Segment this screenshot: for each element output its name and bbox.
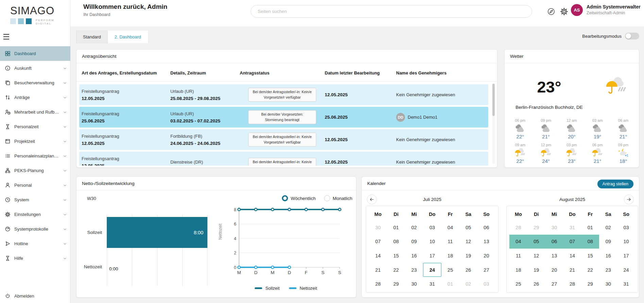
calendar-day[interactable]: 23 xyxy=(405,263,423,277)
calendar-next-button[interactable] xyxy=(624,195,634,204)
calendar-day[interactable]: 14 xyxy=(563,249,581,263)
calendar-day[interactable]: 28 xyxy=(509,220,527,235)
calendar-day[interactable]: 28 xyxy=(563,277,581,291)
calendar-day[interactable]: 13 xyxy=(477,235,495,249)
sidebar-item-auskunft[interactable]: Auskunft xyxy=(0,61,70,75)
calendar-day[interactable]: 10 xyxy=(617,235,635,249)
edit-mode-toggle[interactable] xyxy=(625,33,639,39)
calendar-day[interactable]: 27 xyxy=(545,277,563,291)
calendar-day[interactable]: 22 xyxy=(581,263,599,277)
calendar-day[interactable]: 17 xyxy=(617,249,635,263)
calendar-day[interactable]: 17 xyxy=(423,249,441,263)
calendar-day[interactable]: 15 xyxy=(387,249,405,263)
calendar-day[interactable]: 12 xyxy=(459,235,477,249)
compass-icon[interactable] xyxy=(547,7,555,16)
calendar-day[interactable]: 30 xyxy=(545,220,563,235)
calendar-day[interactable]: 08 xyxy=(581,235,599,249)
search-input[interactable] xyxy=(251,5,532,18)
calendar-day[interactable]: 02 xyxy=(599,220,617,235)
calendar-prev-button[interactable] xyxy=(367,195,377,204)
sidebar-item-hotline[interactable]: Hotline xyxy=(0,236,70,251)
calendar-day[interactable]: 09 xyxy=(599,235,617,249)
sidebar-item-systemprotokolle[interactable]: Systemprotokolle xyxy=(0,222,70,236)
calendar-day[interactable]: 20 xyxy=(477,249,495,263)
calendar-day[interactable]: 11 xyxy=(509,249,527,263)
calendar-day[interactable]: 04 xyxy=(509,235,527,249)
calendar-day[interactable]: 21 xyxy=(369,263,387,277)
calendar-day[interactable]: 13 xyxy=(545,249,563,263)
create-request-button[interactable]: Antrag stellen xyxy=(597,180,633,188)
scrollbar-thumb[interactable] xyxy=(492,84,495,116)
calendar-day[interactable]: 30 xyxy=(405,277,423,291)
table-row[interactable]: Freistellungsantrag25.06.2025Urlaub (UR)… xyxy=(79,107,488,128)
calendar-day[interactable]: 19 xyxy=(527,263,545,277)
calendar-day[interactable]: 10 xyxy=(423,235,441,249)
sidebar-item-hilfe[interactable]: Hilfe xyxy=(0,251,70,266)
sidebar-item-einstellungen[interactable]: Einstellungen xyxy=(0,207,70,222)
calendar-day[interactable]: 16 xyxy=(405,249,423,263)
tab-2-dashboard[interactable]: 2. Dashboard xyxy=(108,31,148,43)
calendar-day[interactable]: 06 xyxy=(545,235,563,249)
sidebar-item-mehrarbeit-und-rufbere[interactable]: Mehrarbeit und Rufbere... xyxy=(0,105,70,119)
calendar-day[interactable]: 03 xyxy=(477,277,495,291)
sidebar-item-anträge[interactable]: Anträge xyxy=(0,90,70,105)
logout-button[interactable]: Abmelden xyxy=(5,293,34,299)
calendar-day[interactable]: 24 xyxy=(423,263,441,277)
calendar-day[interactable]: 29 xyxy=(581,277,599,291)
radio-monthly[interactable]: Monatlich xyxy=(324,195,353,201)
calendar-day[interactable]: 31 xyxy=(617,277,635,291)
sidebar-item-dashboard[interactable]: Dashboard xyxy=(0,46,70,61)
calendar-day[interactable]: 12 xyxy=(527,249,545,263)
calendar-day[interactable]: 18 xyxy=(509,263,527,277)
calendar-day[interactable]: 03 xyxy=(423,220,441,235)
calendar-day[interactable]: 26 xyxy=(459,263,477,277)
calendar-day[interactable]: 01 xyxy=(581,220,599,235)
calendar-day[interactable]: 29 xyxy=(387,277,405,291)
sidebar-item-system[interactable]: System xyxy=(0,192,70,207)
calendar-day[interactable]: 08 xyxy=(387,235,405,249)
calendar-day[interactable]: 20 xyxy=(545,263,563,277)
calendar-day[interactable]: 31 xyxy=(563,220,581,235)
calendar-day[interactable]: 07 xyxy=(369,235,387,249)
calendar-day[interactable]: 24 xyxy=(617,263,635,277)
calendar-day[interactable]: 16 xyxy=(599,249,617,263)
calendar-day[interactable]: 25 xyxy=(441,263,459,277)
calendar-day[interactable]: 01 xyxy=(387,220,405,235)
sidebar-item-projektzeit[interactable]: Projektzeit xyxy=(0,134,70,149)
calendar-day[interactable]: 31 xyxy=(423,277,441,291)
calendar-day[interactable]: 28 xyxy=(369,277,387,291)
calendar-day[interactable]: 30 xyxy=(599,277,617,291)
gear-icon[interactable] xyxy=(560,7,568,16)
calendar-day[interactable]: 04 xyxy=(441,220,459,235)
calendar-day[interactable]: 05 xyxy=(527,235,545,249)
calendar-day[interactable]: 07 xyxy=(563,235,581,249)
calendar-day[interactable]: 29 xyxy=(527,220,545,235)
calendar-day[interactable]: 02 xyxy=(459,277,477,291)
calendar-day[interactable]: 05 xyxy=(459,220,477,235)
menu-toggle-icon[interactable] xyxy=(3,33,10,40)
table-row[interactable]: Freistellungsantrag12.05.2025Fortbildung… xyxy=(79,129,488,150)
calendar-day[interactable]: 26 xyxy=(527,277,545,291)
calendar-day[interactable]: 23 xyxy=(599,263,617,277)
calendar-day[interactable]: 11 xyxy=(441,235,459,249)
calendar-day[interactable]: 22 xyxy=(387,263,405,277)
user-avatar[interactable]: AS xyxy=(571,4,583,16)
calendar-day[interactable]: 02 xyxy=(405,220,423,235)
calendar-day[interactable]: 14 xyxy=(369,249,387,263)
sidebar-item-besucherverwaltung[interactable]: Besucherverwaltung xyxy=(0,75,70,90)
calendar-day[interactable]: 30 xyxy=(369,220,387,235)
table-row[interactable]: Freistellungsantrag12.05.2025Urlaub (UR)… xyxy=(79,84,488,105)
calendar-day[interactable]: 09 xyxy=(405,235,423,249)
table-row[interactable]: Freistellungsantrag12.05.2025Dienstreise… xyxy=(79,152,488,166)
calendar-day[interactable]: 03 xyxy=(617,220,635,235)
sidebar-item-personaleinsatzplanung[interactable]: Personaleinsatzplanung xyxy=(0,149,70,163)
calendar-day[interactable]: 19 xyxy=(459,249,477,263)
calendar-day[interactable]: 01 xyxy=(441,277,459,291)
tab-standard[interactable]: Standard xyxy=(76,31,108,43)
calendar-day[interactable]: 27 xyxy=(477,263,495,277)
radio-weekly[interactable]: Wöchentlich xyxy=(282,195,316,201)
calendar-day[interactable]: 15 xyxy=(581,249,599,263)
calendar-day[interactable]: 21 xyxy=(563,263,581,277)
calendar-day[interactable]: 18 xyxy=(441,249,459,263)
sidebar-item-personal[interactable]: Personal xyxy=(0,178,70,192)
